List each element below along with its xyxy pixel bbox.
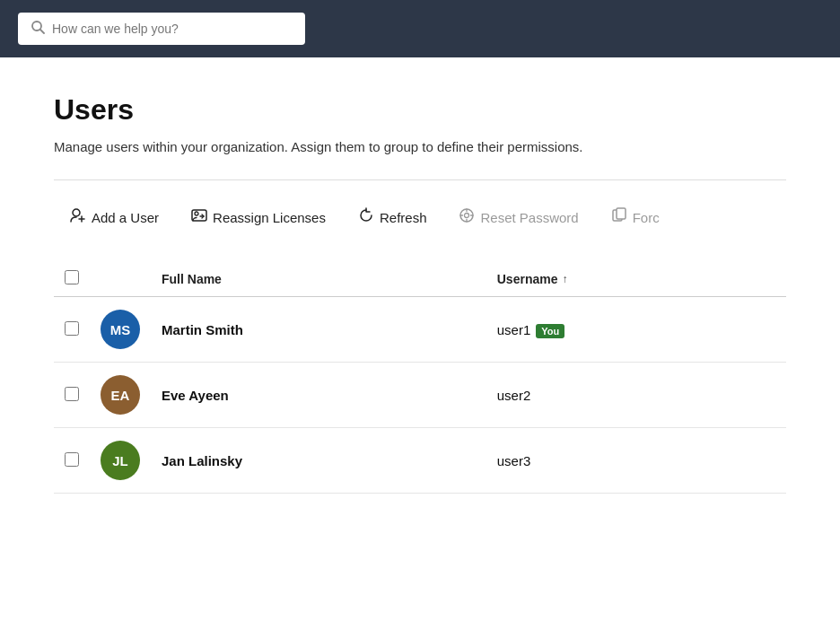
toolbar: Add a User Reassign Licenses — [54, 198, 786, 236]
username-cell: user1You — [486, 297, 786, 363]
fullname-cell: Jan Lalinsky — [151, 428, 486, 494]
select-all-header — [54, 261, 90, 297]
force-label: Forc — [633, 210, 660, 225]
force-button[interactable]: Forc — [595, 198, 676, 236]
sort-icon: ↑ — [562, 273, 567, 285]
avatar: EA — [101, 375, 140, 415]
search-container — [18, 13, 305, 45]
add-user-icon — [70, 207, 86, 227]
reset-password-button[interactable]: Reset Password — [442, 198, 594, 236]
top-bar — [0, 0, 840, 57]
fullname-header: Full Name — [151, 261, 486, 297]
avatar-header — [90, 261, 151, 297]
force-icon — [611, 207, 627, 227]
avatar-cell: JL — [90, 428, 151, 494]
row-checkbox-cell — [54, 297, 90, 363]
table-row: JL Jan Lalinsky user3 — [54, 428, 786, 494]
avatar-cell: EA — [90, 363, 151, 428]
row-checkbox[interactable] — [65, 321, 79, 336]
fullname-cell: Martin Smith — [151, 297, 486, 363]
reassign-licenses-icon — [191, 207, 207, 227]
row-checkbox-cell — [54, 363, 90, 428]
reassign-licenses-label: Reassign Licenses — [213, 210, 326, 225]
you-badge: You — [536, 324, 564, 338]
reassign-licenses-button[interactable]: Reassign Licenses — [175, 198, 342, 236]
page-description: Manage users within your organization. A… — [54, 139, 786, 154]
users-table: Full Name Username ↑ MS Martin Smith us — [54, 261, 786, 494]
main-content: Users Manage users within your organizat… — [0, 57, 840, 529]
page-title: Users — [54, 93, 786, 127]
avatar: MS — [101, 310, 140, 349]
svg-rect-15 — [617, 208, 626, 219]
svg-point-2 — [73, 209, 80, 216]
username-cell: user3 — [486, 428, 786, 494]
row-checkbox[interactable] — [65, 452, 79, 467]
table-row: EA Eve Ayeen user2 — [54, 363, 786, 428]
reset-password-icon — [459, 207, 475, 227]
refresh-button[interactable]: Refresh — [342, 198, 443, 236]
svg-point-6 — [195, 212, 198, 215]
section-divider — [54, 179, 786, 180]
add-user-button[interactable]: Add a User — [54, 198, 175, 236]
fullname-cell: Eve Ayeen — [151, 363, 486, 428]
username-cell: user2 — [486, 363, 786, 428]
refresh-icon — [358, 207, 374, 227]
username-header: Username ↑ — [486, 261, 786, 297]
svg-line-1 — [40, 30, 44, 33]
avatar-cell: MS — [90, 297, 151, 363]
refresh-label: Refresh — [380, 210, 427, 225]
table-row: MS Martin Smith user1You — [54, 297, 786, 363]
search-icon — [31, 20, 45, 38]
svg-rect-5 — [192, 210, 206, 221]
avatar: JL — [101, 441, 140, 480]
reset-password-label: Reset Password — [480, 210, 578, 225]
row-checkbox[interactable] — [65, 387, 79, 401]
search-input[interactable] — [52, 22, 293, 36]
add-user-label: Add a User — [92, 210, 159, 225]
row-checkbox-cell — [54, 428, 90, 494]
svg-point-9 — [465, 214, 469, 218]
select-all-checkbox[interactable] — [65, 270, 79, 284]
